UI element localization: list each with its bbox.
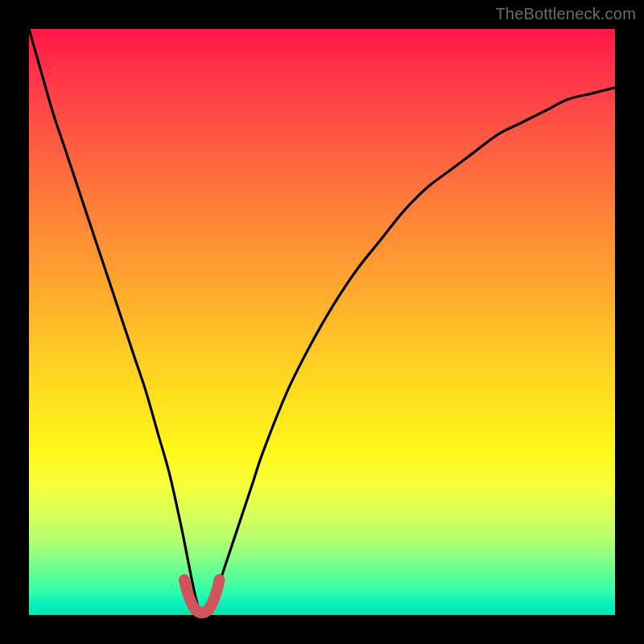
plot-area <box>29 29 615 615</box>
curve-layer <box>29 29 615 615</box>
optimal-region-highlight <box>184 580 220 613</box>
watermark-text: TheBottleneck.com <box>495 5 636 23</box>
bottleneck-curve <box>29 29 615 615</box>
chart-frame: TheBottleneck.com <box>0 0 644 644</box>
